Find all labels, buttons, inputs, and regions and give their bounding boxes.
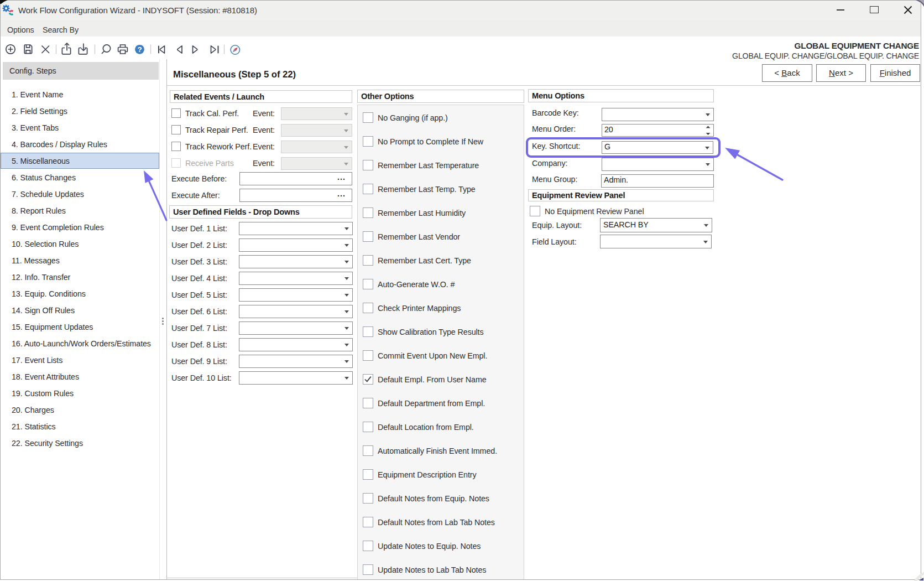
svg-text:?: ? [137,45,142,54]
